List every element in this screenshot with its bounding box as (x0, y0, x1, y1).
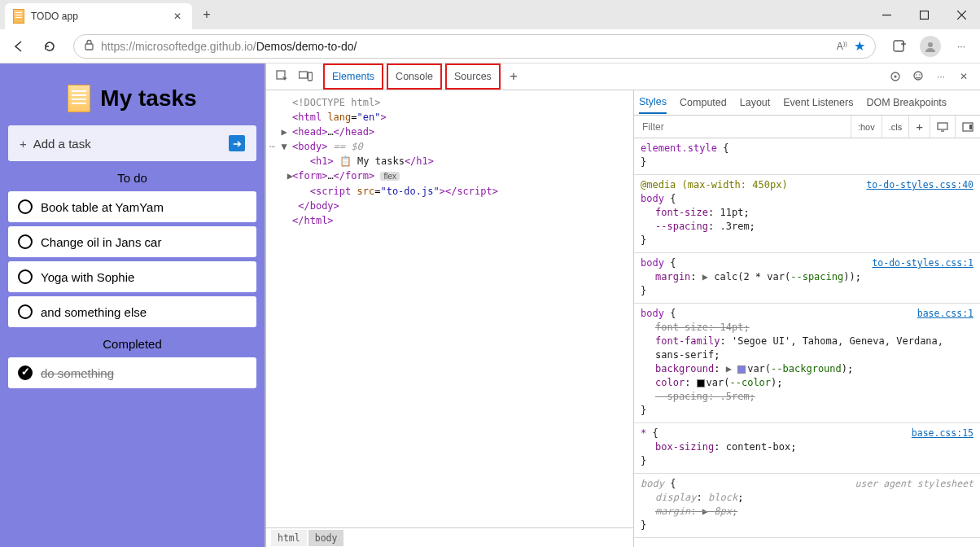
rule-star[interactable]: base.css:15 * { box-sizing: content-box;… (634, 423, 980, 474)
window-controls (868, 2, 980, 28)
subtab-computed[interactable]: Computed (680, 92, 727, 113)
styles-filter-row: :hov .cls + (634, 116, 980, 138)
svg-point-16 (919, 74, 921, 76)
more-menu-icon[interactable]: ··· (947, 33, 975, 59)
dom-panel: <!DOCTYPE html> <html lang="en"> ▶<head>… (266, 90, 634, 547)
css-rules-list[interactable]: element.style { } to-do-styles.css:40 @m… (634, 138, 980, 547)
task-label: Change oil in Jans car (41, 235, 161, 249)
add-tab-icon[interactable]: + (502, 65, 525, 88)
svg-rect-17 (938, 123, 947, 129)
task-item[interactable]: Yoga with Sophie (8, 261, 256, 292)
app-title: My tasks (100, 85, 196, 112)
task-radio[interactable] (18, 234, 33, 249)
svg-point-14 (914, 72, 922, 80)
subtab-dom-breakpoints[interactable]: DOM Breakpoints (866, 92, 947, 113)
todo-section-label: To do (8, 161, 256, 191)
address-bar[interactable]: https://microsoftedge.github.io/Demos/de… (73, 34, 876, 59)
svg-rect-11 (308, 72, 312, 81)
minimize-button[interactable] (868, 2, 905, 28)
favorite-icon[interactable]: ★ (854, 38, 865, 54)
settings-icon[interactable] (884, 65, 907, 88)
app-logo-icon (68, 85, 90, 112)
svg-rect-4 (85, 44, 93, 50)
task-item[interactable]: do something (8, 357, 256, 388)
svg-point-8 (928, 42, 933, 47)
doctype-node[interactable]: <!DOCTYPE html> (292, 97, 380, 108)
flex-badge[interactable]: flex (380, 172, 400, 181)
read-aloud-icon[interactable]: A)) (837, 40, 847, 52)
cls-toggle[interactable]: .cls (882, 116, 909, 138)
subtab-event-listeners[interactable]: Event Listeners (783, 92, 853, 113)
source-link[interactable]: base.css:15 (912, 427, 973, 440)
inspect-element-icon[interactable] (271, 65, 294, 88)
crumb-html[interactable]: html (271, 530, 307, 546)
subtab-layout[interactable]: Layout (740, 92, 771, 113)
rule-ua-body[interactable]: user agent stylesheet body { display: bl… (634, 474, 980, 538)
lock-icon (84, 39, 94, 53)
source-link[interactable]: to-do-styles.css:40 (866, 178, 973, 192)
svg-rect-1 (920, 11, 928, 19)
task-label: and something else (41, 305, 147, 319)
tab-elements[interactable]: Elements (323, 63, 383, 90)
computed-toggle-icon[interactable] (930, 116, 955, 138)
svg-point-13 (894, 75, 896, 77)
add-task-placeholder: Add a task (33, 137, 91, 151)
task-radio[interactable] (18, 304, 33, 319)
close-window-button[interactable] (943, 2, 980, 28)
task-label: do something (41, 366, 114, 380)
ua-source: user agent stylesheet (855, 477, 973, 491)
profile-avatar[interactable] (917, 33, 944, 59)
rule-body-margin[interactable]: to-do-styles.css:1 body { margin: ▶ calc… (634, 253, 980, 304)
svg-point-15 (916, 74, 917, 76)
task-radio-checked[interactable] (18, 365, 33, 380)
tab-title: TODO app (31, 11, 164, 22)
more-options-icon[interactable]: ··· (930, 65, 952, 88)
rule-element-style[interactable]: element.style { } (634, 138, 980, 175)
source-link[interactable]: base.css:1 (917, 307, 973, 321)
rule-media-body[interactable]: to-do-styles.css:40 @media (max-width: 4… (634, 175, 980, 253)
rendering-icon[interactable] (955, 116, 980, 138)
tab-strip: TODO app ✕ + (0, 0, 980, 29)
collections-icon[interactable] (886, 33, 913, 59)
styles-subtabs: Styles Computed Layout Event Listeners D… (634, 90, 980, 116)
refresh-button[interactable] (36, 33, 63, 59)
svg-rect-5 (894, 41, 903, 51)
todo-list: Book table at YamYam Change oil in Jans … (8, 191, 256, 327)
task-radio[interactable] (18, 269, 33, 284)
url-text: https://microsoftedge.github.io/Demos/de… (101, 40, 830, 53)
submit-task-button[interactable]: ➔ (229, 135, 245, 151)
feedback-icon[interactable] (907, 65, 930, 88)
task-label: Yoga with Sophie (41, 270, 134, 284)
crumb-body[interactable]: body (308, 530, 344, 546)
browser-tab[interactable]: TODO app ✕ (5, 3, 192, 29)
styles-filter-input[interactable] (634, 121, 851, 133)
browser-toolbar: https://microsoftedge.github.io/Demos/de… (0, 29, 980, 63)
completed-list: do something (8, 357, 256, 388)
add-task-input[interactable]: + Add a task ➔ (8, 125, 256, 161)
tab-favicon (13, 9, 24, 24)
close-devtools-icon[interactable]: ✕ (952, 65, 975, 88)
subtab-styles[interactable]: Styles (639, 91, 667, 114)
task-label: Book table at YamYam (41, 200, 164, 214)
app-header: My tasks (8, 72, 256, 125)
svg-rect-10 (299, 72, 307, 78)
dom-tree[interactable]: <!DOCTYPE html> <html lang="en"> ▶<head>… (266, 90, 633, 527)
task-item[interactable]: Change oil in Jans car (8, 226, 256, 257)
task-radio[interactable] (18, 199, 33, 214)
tab-console[interactable]: Console (387, 63, 442, 90)
maximize-button[interactable] (905, 2, 943, 28)
task-item[interactable]: Book table at YamYam (8, 191, 256, 222)
app-panel: My tasks + Add a task ➔ To do Book table… (0, 63, 265, 547)
task-item[interactable]: and something else (8, 296, 256, 327)
new-tab-button[interactable]: + (195, 3, 218, 26)
rule-body-base[interactable]: base.css:1 body { font-size: 14pt; font-… (634, 304, 980, 423)
tab-close-icon[interactable]: ✕ (171, 10, 184, 23)
plus-icon: + (20, 137, 27, 151)
back-button[interactable] (5, 33, 33, 59)
source-link[interactable]: to-do-styles.css:1 (872, 256, 973, 270)
device-toggle-icon[interactable] (294, 65, 317, 88)
devtools-tabbar: Elements Console Sources + ··· ✕ (266, 63, 980, 90)
new-rule-icon[interactable]: + (908, 116, 930, 138)
tab-sources[interactable]: Sources (445, 63, 501, 90)
hov-toggle[interactable]: :hov (851, 116, 882, 138)
